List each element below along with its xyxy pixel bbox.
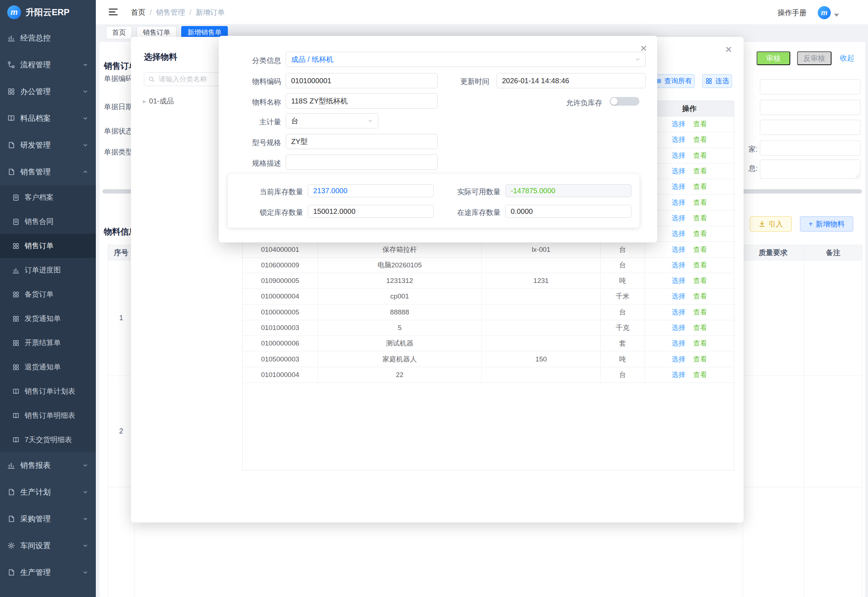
- category-tree-node[interactable]: ▸ 01-成品: [143, 96, 174, 106]
- category-select[interactable]: 成品 / 纸杯机: [286, 52, 646, 67]
- select-link[interactable]: 选择: [672, 245, 685, 254]
- add-material-button[interactable]: + 新增物料: [800, 216, 853, 232]
- sidebar-item-customers[interactable]: 客户档案: [0, 185, 96, 209]
- material-name-value: 118S ZY型纸杯机: [291, 96, 348, 106]
- model-input[interactable]: ZY型: [286, 134, 438, 149]
- multi-select-button[interactable]: 连选: [702, 74, 732, 88]
- sidebar-item-sales-orders[interactable]: 销售订单: [0, 234, 96, 258]
- avatar[interactable]: m: [818, 6, 831, 19]
- sidebar-item-order-plan-report[interactable]: 销售订单计划表: [0, 379, 96, 404]
- col-header-action: 操作: [645, 101, 734, 116]
- order-field-input-3[interactable]: [760, 120, 861, 135]
- avatar-dropdown-caret-icon[interactable]: [834, 14, 839, 16]
- tab-home[interactable]: 首页: [106, 26, 132, 39]
- audit-button[interactable]: 审核: [757, 51, 790, 65]
- view-link[interactable]: 查看: [693, 370, 707, 380]
- material-code-input[interactable]: 0101000001: [286, 73, 438, 88]
- manual-link[interactable]: 操作手册: [778, 8, 807, 18]
- select-link[interactable]: 选择: [672, 276, 685, 285]
- select-link[interactable]: 选择: [672, 214, 685, 223]
- chevron-down-icon: [82, 61, 89, 68]
- view-link[interactable]: 查看: [693, 151, 707, 160]
- updated-time-input[interactable]: 2026-01-14 14:48:46: [496, 73, 646, 88]
- sidebar-item-production-mgmt[interactable]: 生产管理: [0, 559, 96, 586]
- view-link[interactable]: 查看: [693, 166, 707, 176]
- select-link[interactable]: 选择: [672, 198, 685, 207]
- sidebar-item-purchasing[interactable]: 采购管理: [0, 505, 96, 532]
- order-remark-textarea[interactable]: [760, 160, 861, 179]
- view-link[interactable]: 查看: [693, 182, 707, 192]
- view-link[interactable]: 查看: [693, 292, 707, 301]
- select-link[interactable]: 选择: [672, 355, 685, 364]
- view-link[interactable]: 查看: [693, 119, 707, 129]
- sidebar-item-sales-reports[interactable]: 销售报表: [0, 452, 96, 479]
- sidebar-item-workshop-settings[interactable]: 车间设置: [0, 532, 96, 559]
- sidebar-item-overview[interactable]: 经营总控: [0, 25, 96, 51]
- select-link[interactable]: 选择: [672, 135, 685, 144]
- collapse-link[interactable]: 收起: [840, 53, 854, 63]
- table-row: 01010000035千克选择查看: [243, 320, 734, 336]
- order-field-input-2[interactable]: [760, 100, 861, 115]
- view-link[interactable]: 查看: [693, 276, 707, 285]
- select-link[interactable]: 选择: [672, 370, 685, 380]
- view-link[interactable]: 查看: [693, 214, 707, 223]
- partial-label-info: 息:: [747, 163, 758, 173]
- sidebar-item-stock-orders[interactable]: 备货订单: [0, 282, 96, 306]
- select-link[interactable]: 选择: [672, 292, 685, 301]
- sidebar-item-7day-delivery-report[interactable]: 7天交货明细表: [0, 428, 96, 452]
- import-button[interactable]: 引入: [750, 216, 792, 232]
- select-link[interactable]: 选择: [672, 339, 685, 348]
- main-unit-select[interactable]: 台: [286, 113, 378, 128]
- sidebar-item-rnd[interactable]: 研发管理: [0, 132, 96, 159]
- view-link[interactable]: 查看: [693, 339, 707, 348]
- select-link[interactable]: 选择: [672, 119, 685, 129]
- order-field-input-4[interactable]: [760, 140, 861, 156]
- unaudit-button[interactable]: 反审核: [797, 51, 831, 65]
- menu-toggle-icon[interactable]: [108, 7, 118, 16]
- sidebar-item-sales[interactable]: 销售管理: [0, 159, 96, 185]
- sidebar-item-order-progress[interactable]: 订单进度图: [0, 258, 96, 282]
- view-link[interactable]: 查看: [693, 245, 707, 254]
- sidebar-item-return-notice[interactable]: 退货通知单: [0, 355, 96, 379]
- select-link[interactable]: 选择: [672, 182, 685, 192]
- view-link[interactable]: 查看: [693, 135, 707, 144]
- view-link[interactable]: 查看: [693, 260, 707, 270]
- available-stock-input[interactable]: -147875.0000: [505, 184, 631, 197]
- spec-desc-input[interactable]: [286, 154, 438, 170]
- sidebar-item-office[interactable]: 办公管理: [0, 78, 96, 105]
- query-all-button[interactable]: 查询所有: [654, 74, 695, 88]
- view-link[interactable]: 查看: [693, 198, 707, 207]
- view-link[interactable]: 查看: [693, 229, 707, 238]
- select-link[interactable]: 选择: [672, 166, 685, 176]
- sidebar-item-process[interactable]: 流程管理: [0, 51, 96, 78]
- view-link[interactable]: 查看: [693, 307, 707, 317]
- picker-close-icon[interactable]: ×: [725, 43, 732, 55]
- select-link[interactable]: 选择: [672, 307, 685, 317]
- select-link[interactable]: 选择: [672, 323, 685, 333]
- breadcrumb-home[interactable]: 首页: [131, 7, 145, 17]
- logo-icon: m: [7, 6, 21, 19]
- select-link[interactable]: 选择: [672, 260, 685, 270]
- sidebar-item-order-detail-report[interactable]: 销售订单明细表: [0, 404, 96, 428]
- chevron-down-icon: [82, 515, 89, 522]
- material-name-input[interactable]: 118S ZY型纸杯机: [286, 94, 438, 108]
- sidebar-item-materials[interactable]: 料品档案: [0, 105, 96, 132]
- resize-grip-icon[interactable]: [855, 173, 859, 178]
- sidebar-item-shipping-notice[interactable]: 发货通知单: [0, 306, 96, 331]
- sidebar-item-invoice-settlement[interactable]: 开票结算单: [0, 331, 96, 355]
- sidebar-item-production-plan[interactable]: 生产计划: [0, 479, 96, 505]
- select-link[interactable]: 选择: [672, 229, 685, 238]
- view-link[interactable]: 查看: [693, 323, 707, 333]
- view-link[interactable]: 查看: [693, 355, 707, 364]
- select-link[interactable]: 选择: [672, 151, 685, 160]
- allow-negative-stock-toggle[interactable]: [610, 97, 640, 105]
- order-field-input-1[interactable]: [760, 79, 861, 94]
- sidebar-item-sales-contracts[interactable]: 销售合同: [0, 209, 96, 234]
- current-stock-input[interactable]: 2137.0000: [308, 184, 434, 197]
- breadcrumb-sales[interactable]: 销售管理: [156, 7, 185, 17]
- tree-expand-icon[interactable]: ▸: [143, 97, 146, 105]
- gear-icon: [7, 542, 15, 549]
- locked-stock-input[interactable]: 150012.0000: [308, 205, 434, 218]
- transit-stock-input[interactable]: 0.0000: [505, 205, 631, 218]
- cell-unit: 千克: [601, 320, 645, 336]
